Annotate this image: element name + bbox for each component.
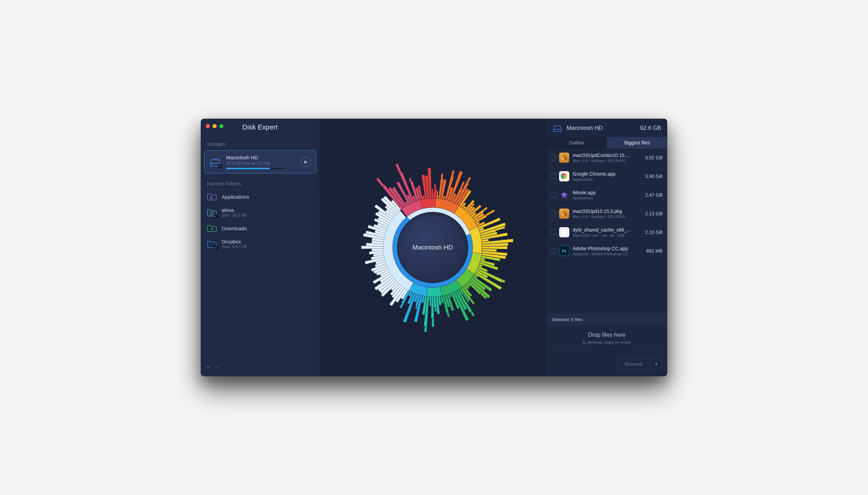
file-path: Mac ›Lib ›Updates ›061-94457 [573,159,637,163]
file-meta: Adobe Photoshop CC.app Applicatio ›Adobe… [573,246,637,256]
file-path: Applications [573,196,637,200]
window-controls [206,124,223,128]
favorite-label: Downloads [222,225,247,231]
favorite-item-alexa[interactable]: ✓ alexaSize: 18.0 GB [201,204,319,221]
file-list: macOSUpdCombo10.15.... Mac ›Lib ›Updates… [546,149,667,313]
panel-tabs: Outline Biggest files [546,137,667,149]
photoshop-icon: Ps [559,246,569,256]
file-row[interactable]: Ps Adobe Photoshop CC.app Applicatio ›Ad… [546,242,667,260]
file-meta: macOSUpd10.15.5.pkg Mac ›Lib ›Updates ›0… [573,208,637,219]
file-name: Adobe Photoshop CC.app [573,246,637,251]
favorite-size: Size: 18.0 GB [222,213,247,218]
check-badge-icon: ✓ [213,214,218,219]
favorites-list: Applications✓ alexaSize: 18.0 GB Downloa… [201,189,319,252]
favorite-item-downloads[interactable]: Downloads [201,221,319,236]
check-badge-icon: ✓ [213,245,218,250]
drop-zone[interactable]: Drop files here to remove, copy or move [546,325,667,352]
file-path: Macintosh ›priv ›var ›db ›dyld [573,233,637,237]
minimize-icon[interactable] [212,124,217,128]
tab-biggest-files[interactable]: Biggest files [607,137,668,149]
folder-icon [207,192,217,201]
favorite-label: Dropbox [222,239,247,244]
folder-icon [207,224,217,233]
disk-icon: ✓ [209,157,221,167]
sidebar-footer: + − [201,359,319,376]
folder-icon: ✓ [207,208,217,217]
favorite-label: alexa [222,207,247,213]
storage-subtitle: 28.5 GB Free of 121 GB [226,161,296,166]
file-checkbox[interactable] [550,192,556,198]
storage-info: Macintosh HD 28.5 GB Free of 121 GB [226,155,296,169]
favorite-item-applications[interactable]: Applications [201,189,319,204]
file-size: 3.90 GB [641,174,663,179]
package-icon [559,153,569,163]
file-checkbox[interactable] [550,211,556,216]
storage-usage-bar [226,168,284,169]
file-checkbox[interactable] [550,229,556,235]
package-icon [559,208,569,219]
file-meta: macOSUpdCombo10.15.... Mac ›Lib ›Updates… [573,153,637,163]
file-row[interactable]: Google Chrome.app Applications 3.90 GB [546,167,667,186]
file-size: 3.92 GB [641,155,663,160]
tab-outline[interactable]: Outline [546,137,607,149]
file-meta: dyld_shared_cache_x86_... Macintosh ›pri… [573,227,637,237]
file-size: 2.10 GB [641,229,663,235]
add-button[interactable]: + [206,364,210,372]
file-meta: iMovie.app Applications [573,190,637,200]
selected-count-bar: Selected: 0 files [546,313,667,325]
drop-title: Drop files here [546,331,667,338]
remove-button[interactable]: − [215,364,219,372]
sunburst-center-label: Macintosh HD [397,212,468,283]
file-size: 2.47 GB [641,192,663,198]
file-path: Mac ›Lib ›Updates ›001-12341 [573,215,637,219]
file-name: macOSUpdCombo10.15.... [573,153,637,158]
app-window: Disk Expert Storages ✓ Macintosh HD 28.5… [201,119,667,376]
folder-icon: ✓ [207,240,217,249]
file-checkbox[interactable] [550,174,556,179]
scan-button[interactable] [301,157,311,167]
disk-icon [552,124,562,132]
file-path: Applications [573,177,637,182]
favorite-label: Applications [222,194,249,200]
favorite-item-dropbox[interactable]: ✓ DropboxSize: 4.52 GB [201,236,319,252]
section-favorites-label: Favorite Folders [201,176,319,189]
sidebar: Disk Expert Storages ✓ Macintosh HD 28.5… [201,119,319,376]
maximize-icon[interactable] [219,124,223,128]
file-row[interactable]: dyld_shared_cache_x86_... Macintosh ›pri… [546,223,667,242]
svg-point-1 [555,130,555,131]
panel-actions: Remove ▾ [546,352,667,376]
storage-card-macintosh-hd[interactable]: ✓ Macintosh HD 28.5 GB Free of 121 GB [204,150,316,174]
file-name: iMovie.app [573,190,637,195]
file-checkbox[interactable] [550,248,556,254]
chrome-icon [559,171,569,182]
section-storages-label: Storages [201,137,319,150]
remove-action: Remove ▾ [617,359,663,370]
detail-panel: Macintosh HD 92.6 GB Outline Biggest fil… [546,119,667,376]
file-meta: Google Chrome.app Applications [573,171,637,182]
panel-header: Macintosh HD 92.6 GB [546,119,667,137]
svg-point-0 [212,164,213,165]
sunburst-area: Macintosh HD [319,119,546,376]
file-checkbox[interactable] [550,155,556,160]
remove-menu-caret[interactable]: ▾ [650,359,662,369]
file-name: macOSUpd10.15.5.pkg [573,208,637,214]
file-row[interactable]: iMovie.app Applications 2.47 GB [546,186,667,204]
document-icon [559,227,569,237]
file-row[interactable]: macOSUpdCombo10.15.... Mac ›Lib ›Updates… [546,149,667,167]
panel-disk-size: 92.6 GB [640,125,661,132]
file-row[interactable]: macOSUpd10.15.5.pkg Mac ›Lib ›Updates ›0… [546,204,667,223]
sunburst-chart[interactable]: Macintosh HD [351,159,514,336]
svg-point-5 [563,176,565,177]
drop-subtitle: to remove, copy or move [546,340,667,345]
file-path: Applicatio ›Adobe Photoshop CC [573,252,637,256]
file-size: 2.13 GB [641,211,663,216]
panel-disk-name: Macintosh HD [566,125,636,132]
storage-name: Macintosh HD [226,155,296,160]
imovie-icon [559,190,569,200]
file-name: dyld_shared_cache_x86_... [573,227,637,233]
favorite-size: Size: 4.52 GB [222,244,247,249]
close-icon[interactable] [206,124,210,128]
remove-button[interactable]: Remove [617,359,650,369]
file-size: 892 MB [641,248,663,254]
check-badge-icon: ✓ [218,164,222,169]
